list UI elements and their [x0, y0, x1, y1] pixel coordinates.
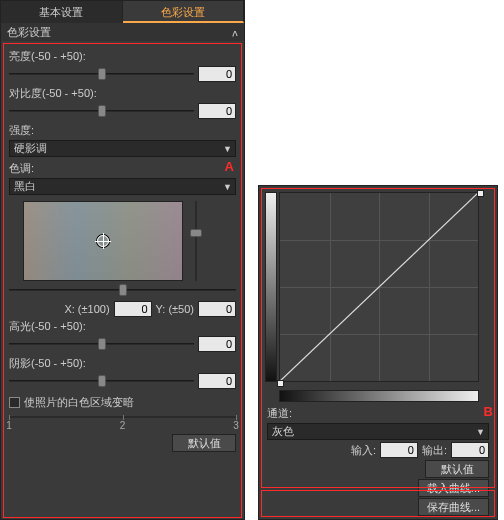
palette-vertical-slider[interactable] — [189, 201, 203, 281]
shadow-slider[interactable] — [9, 374, 194, 388]
highlight-label: 高光(-50 - +50): — [9, 319, 236, 334]
shadow-label: 阴影(-50 - +50): — [9, 356, 236, 371]
tab-color[interactable]: 色彩设置 — [123, 1, 245, 23]
color-settings-panel: 基本设置 色彩设置 色彩设置 ᴧ 亮度(-50 - +50): 0 对比度(-5… — [0, 0, 245, 520]
tick-3: 3 — [233, 420, 239, 431]
channel-label: 通道: — [267, 406, 489, 421]
input-label: 输入: — [351, 443, 376, 458]
tab-basic[interactable]: 基本设置 — [1, 1, 123, 23]
contrast-slider[interactable] — [9, 104, 194, 118]
highlight-slider[interactable] — [9, 337, 194, 351]
collapse-icon: ᴧ — [232, 27, 238, 38]
curves-default-button[interactable]: 默认值 — [425, 460, 489, 478]
channel-select[interactable]: 灰色 — [267, 423, 489, 440]
palette-picker-icon[interactable] — [97, 235, 109, 247]
tick-2: 2 — [120, 420, 126, 431]
default-button[interactable]: 默认值 — [172, 434, 236, 452]
shadow-value[interactable]: 0 — [198, 373, 236, 389]
steps-slider[interactable]: 1 2 3 — [9, 416, 236, 430]
curves-panel: 通道: B 灰色 输入: 0 输出: 0 默认值 载入曲线... 保存曲线...… — [258, 185, 498, 520]
marker-a: A — [225, 159, 234, 174]
vertical-gradient — [265, 192, 277, 382]
marker-b: B — [484, 404, 493, 419]
curves-graph[interactable] — [279, 192, 479, 382]
input-value[interactable]: 0 — [380, 442, 418, 458]
contrast-label: 对比度(-50 - +50): — [9, 86, 236, 101]
horizontal-gradient — [279, 390, 479, 402]
y-value[interactable]: 0 — [198, 301, 236, 317]
color-palette[interactable] — [23, 201, 183, 281]
tick-1: 1 — [6, 420, 12, 431]
y-label: Y: (±50) — [156, 303, 194, 315]
contrast-value[interactable]: 0 — [198, 103, 236, 119]
save-curve-button[interactable]: 保存曲线... — [418, 498, 489, 516]
x-label: X: (±100) — [64, 303, 109, 315]
curve-handle-low[interactable] — [277, 380, 284, 387]
curves-area — [259, 186, 497, 388]
tone-select[interactable]: 黑白 — [9, 178, 236, 195]
section-header-color[interactable]: 色彩设置 ᴧ — [1, 23, 244, 41]
color-settings-content: 亮度(-50 - +50): 0 对比度(-50 - +50): 0 强度: 硬… — [1, 41, 244, 457]
darken-white-checkbox[interactable] — [9, 397, 20, 408]
brightness-value[interactable]: 0 — [198, 66, 236, 82]
intensity-label: 强度: — [9, 123, 236, 138]
section-title: 色彩设置 — [7, 25, 51, 40]
highlight-value[interactable]: 0 — [198, 336, 236, 352]
hue-slider[interactable] — [9, 283, 236, 297]
svg-line-0 — [280, 193, 478, 381]
curve-line — [280, 193, 478, 381]
brightness-label: 亮度(-50 - +50): — [9, 49, 236, 64]
output-value[interactable]: 0 — [451, 442, 489, 458]
brightness-slider[interactable] — [9, 67, 194, 81]
output-label: 输出: — [422, 443, 447, 458]
x-value[interactable]: 0 — [114, 301, 152, 317]
darken-white-label: 使照片的白色区域变暗 — [24, 395, 134, 410]
intensity-select[interactable]: 硬影调 — [9, 140, 236, 157]
curve-handle-high[interactable] — [477, 190, 484, 197]
tabs: 基本设置 色彩设置 — [1, 1, 244, 23]
tone-label: 色调: — [9, 161, 236, 176]
load-curve-button[interactable]: 载入曲线... — [418, 479, 489, 497]
